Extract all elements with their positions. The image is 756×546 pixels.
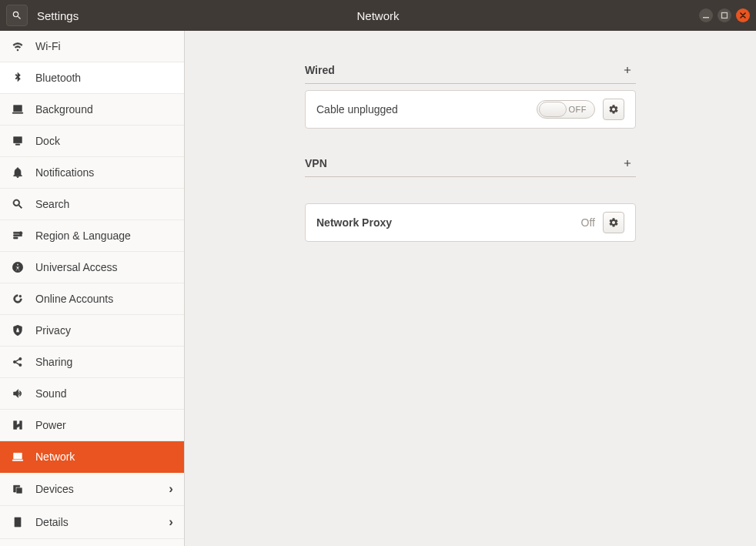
- sidebar-item-dock[interactable]: Dock: [0, 126, 184, 157]
- close-icon: [739, 12, 747, 19]
- sidebar: Wi-FiBluetoothBackgroundDockNotification…: [0, 31, 185, 546]
- sidebar-item-label: Wi-Fi: [35, 40, 173, 52]
- wifi-icon: [11, 39, 25, 53]
- svg-rect-0: [703, 17, 709, 18]
- toggle-label: OFF: [569, 105, 587, 114]
- wired-connection-row: Cable unplugged OFF: [305, 90, 636, 129]
- network-proxy-row: Network Proxy Off: [305, 203, 636, 242]
- sidebar-item-details[interactable]: Details›: [0, 506, 184, 539]
- wired-status-label: Cable unplugged: [316, 103, 398, 116]
- gear-icon: [608, 217, 619, 228]
- proxy-section: Network Proxy Off: [305, 203, 636, 242]
- sidebar-item-privacy[interactable]: Privacy: [0, 315, 184, 347]
- region-icon: [11, 229, 25, 243]
- sidebar-item-label: Region & Language: [35, 229, 173, 242]
- minimize-icon: [702, 12, 710, 19]
- sidebar-item-universal-access[interactable]: Universal Access: [0, 252, 184, 283]
- main-content: Wired Cable unplugged OFF: [185, 31, 756, 546]
- sidebar-item-sound[interactable]: Sound: [0, 378, 184, 410]
- proxy-title: Network Proxy: [316, 216, 392, 229]
- vpn-section: VPN: [305, 155, 636, 177]
- plus-icon: [622, 65, 633, 75]
- proxy-status: Off: [581, 216, 595, 229]
- privacy-icon: [11, 323, 25, 337]
- vpn-section-title: VPN: [305, 157, 327, 169]
- sidebar-item-label: Network: [35, 451, 173, 463]
- svg-point-2: [19, 232, 22, 235]
- maximize-button[interactable]: [718, 8, 731, 22]
- sidebar-item-network[interactable]: Network: [0, 441, 184, 473]
- chevron-right-icon: ›: [169, 481, 173, 497]
- search-icon: [11, 197, 25, 211]
- toggle-knob: [539, 102, 567, 117]
- sidebar-item-label: Sound: [35, 387, 173, 400]
- sidebar-item-label: Devices: [35, 483, 158, 495]
- sidebar-item-devices[interactable]: Devices›: [0, 473, 184, 506]
- sidebar-item-region-language[interactable]: Region & Language: [0, 220, 184, 252]
- details-icon: [11, 515, 25, 529]
- sidebar-item-sharing[interactable]: Sharing: [0, 347, 184, 378]
- bell-icon: [11, 166, 25, 179]
- bluetooth-icon: [11, 71, 25, 85]
- vpn-add-button[interactable]: [619, 155, 636, 172]
- svg-rect-1: [722, 13, 728, 18]
- proxy-settings-button[interactable]: [603, 212, 624, 233]
- sidebar-item-wi-fi[interactable]: Wi-Fi: [0, 31, 184, 62]
- sidebar-item-label: Background: [35, 103, 173, 116]
- vpn-section-header: VPN: [305, 155, 636, 177]
- sidebar-item-background[interactable]: Background: [0, 94, 184, 126]
- sidebar-item-label: Search: [35, 198, 173, 210]
- svg-point-5: [19, 295, 22, 297]
- sidebar-item-online-accounts[interactable]: Online Accounts: [0, 283, 184, 315]
- sidebar-item-bluetooth[interactable]: Bluetooth: [0, 62, 184, 94]
- titlebar: Settings Network: [0, 0, 756, 31]
- sidebar-title: Settings: [37, 9, 183, 22]
- power-icon: [11, 418, 25, 432]
- sidebar-item-label: Notifications: [35, 166, 173, 179]
- share-icon: [11, 355, 25, 369]
- devices-icon: [11, 482, 25, 496]
- page-title: Network: [356, 9, 399, 22]
- window-controls: [699, 8, 750, 22]
- chevron-right-icon: ›: [169, 514, 173, 530]
- accessibility-icon: [11, 260, 25, 274]
- sidebar-item-power[interactable]: Power: [0, 410, 184, 441]
- sidebar-item-label: Sharing: [35, 356, 173, 368]
- sidebar-item-notifications[interactable]: Notifications: [0, 157, 184, 189]
- dock-icon: [11, 134, 25, 148]
- network-icon: [11, 450, 25, 464]
- plus-icon: [622, 158, 633, 169]
- wired-section: Wired Cable unplugged OFF: [305, 62, 636, 129]
- sidebar-item-label: Details: [35, 516, 158, 528]
- minimize-button[interactable]: [699, 8, 713, 22]
- svg-point-4: [17, 264, 18, 266]
- gear-icon: [608, 104, 619, 115]
- accounts-icon: [11, 292, 25, 306]
- search-button[interactable]: [6, 5, 28, 26]
- sidebar-item-search[interactable]: Search: [0, 189, 184, 220]
- wired-section-header: Wired: [305, 62, 636, 84]
- sidebar-item-label: Power: [35, 419, 173, 431]
- search-icon: [12, 10, 22, 21]
- monitor-icon: [11, 102, 25, 116]
- svg-rect-9: [15, 454, 21, 457]
- wired-add-button[interactable]: [619, 62, 636, 79]
- sidebar-item-label: Dock: [35, 135, 173, 147]
- wired-toggle[interactable]: OFF: [537, 100, 595, 119]
- maximize-icon: [721, 12, 728, 19]
- wired-section-title: Wired: [305, 64, 335, 76]
- sidebar-item-label: Online Accounts: [35, 293, 173, 305]
- sidebar-item-label: Privacy: [35, 324, 173, 337]
- close-button[interactable]: [736, 8, 750, 22]
- sound-icon: [11, 387, 25, 400]
- wired-settings-button[interactable]: [603, 99, 624, 120]
- sidebar-item-label: Bluetooth: [35, 72, 173, 84]
- sidebar-item-label: Universal Access: [35, 261, 173, 273]
